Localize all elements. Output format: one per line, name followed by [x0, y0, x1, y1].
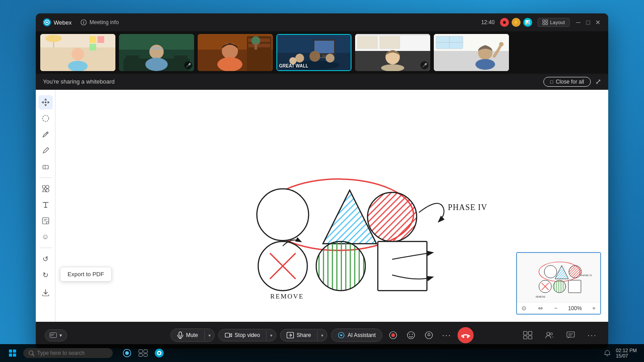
mute-label: Mute — [186, 332, 198, 338]
svg-rect-124 — [524, 332, 527, 335]
svg-point-121 — [425, 332, 432, 339]
app-window: Webex Meeting info 12:40 ⏺ ⚡ 📊 — [36, 13, 608, 349]
mute-button-group: Mute ▾ — [170, 328, 215, 342]
bottom-center-controls: Mute ▾ Stop video ▾ — [170, 327, 474, 343]
bottom-right-controls: ··· — [521, 328, 599, 342]
close-button[interactable]: ✕ — [595, 19, 601, 25]
app-title: Webex — [54, 19, 72, 26]
taskbar-search-input[interactable] — [37, 350, 104, 356]
taskbar: 02:12 PM 15/07 — [0, 344, 644, 362]
meeting-info[interactable]: Meeting info — [80, 19, 119, 25]
taskbar-app-webex[interactable] — [152, 346, 166, 360]
taskview-icon — [139, 349, 148, 357]
share-icon — [287, 332, 294, 338]
layout-button[interactable]: Layout — [538, 18, 570, 27]
participant-thumb-5[interactable]: 🎤 — [355, 34, 430, 71]
svg-point-13 — [72, 48, 84, 60]
start-button[interactable] — [5, 348, 20, 358]
whiteboard-canvas[interactable]: PHASE IV REMOVE — [55, 90, 608, 322]
left-toolbar: ☺ ↺ ↻ Export to PDF — [36, 90, 55, 322]
end-call-button[interactable] — [458, 327, 474, 343]
svg-point-41 — [295, 54, 304, 63]
tool-sticky[interactable] — [38, 214, 53, 228]
taskbar-app-cortana[interactable] — [120, 346, 134, 360]
taskbar-search[interactable] — [23, 348, 113, 358]
participant-strip: 🎤 — [36, 31, 608, 74]
ai-assistant-button[interactable]: AI Assistant — [331, 328, 382, 342]
svg-rect-139 — [139, 354, 143, 357]
stop-video-button-group: Stop video ▾ — [218, 329, 277, 341]
chat-button[interactable] — [564, 328, 578, 342]
captions-button[interactable]: ▾ — [45, 329, 67, 341]
title-bar: Webex Meeting info 12:40 ⏺ ⚡ 📊 — [36, 13, 608, 31]
svg-point-89 — [316, 241, 365, 290]
tool-text[interactable] — [38, 198, 53, 212]
zoom-minus-btn[interactable]: − — [553, 305, 559, 311]
tool-shapes[interactable] — [38, 181, 53, 196]
participant-thumb-4[interactable]: GREAT WALL — [276, 34, 352, 71]
svg-point-82 — [368, 193, 417, 242]
reactions-button[interactable] — [404, 328, 418, 342]
export-tooltip: Export to PDF — [60, 267, 112, 282]
status-dot-red: ⏺ — [500, 18, 509, 27]
close-for-all-icon: □ — [550, 79, 553, 84]
camera-icon — [225, 333, 232, 338]
tool-redo[interactable]: ↻ — [38, 268, 53, 282]
mute-dropdown[interactable]: ▾ — [204, 330, 214, 341]
svg-rect-104 — [568, 280, 581, 293]
svg-point-120 — [412, 334, 413, 335]
svg-point-42 — [309, 51, 320, 62]
title-bar-right: 12:40 ⏺ ⚡ 📊 Layout ─ □ ✕ — [481, 18, 601, 27]
svg-text:REMOVE: REMOVE — [536, 295, 546, 298]
more-options-button[interactable]: ··· — [440, 328, 454, 342]
sharing-bar: You're sharing a whiteboard □ Close for … — [36, 74, 608, 90]
participant-thumb-2[interactable]: 🎤 — [119, 34, 194, 71]
reactions-icon — [407, 331, 415, 339]
tool-move[interactable] — [38, 95, 53, 109]
tool-emoji[interactable]: ☺ — [38, 230, 53, 244]
mute-main[interactable]: Mute — [171, 329, 204, 341]
participant-4-label: GREAT WALL — [279, 63, 308, 68]
tool-export[interactable] — [38, 286, 53, 300]
participant-thumb-1[interactable] — [40, 34, 115, 71]
share-button-group: Share ▾ — [280, 329, 327, 341]
participant-thumb-3[interactable] — [198, 34, 273, 71]
svg-rect-37 — [314, 41, 334, 53]
bottom-left: ▾ — [45, 329, 67, 341]
share-dropdown[interactable]: ▾ — [317, 330, 327, 341]
more-reactions-button[interactable] — [422, 328, 436, 342]
svg-rect-3 — [84, 22, 84, 24]
people-button[interactable] — [542, 328, 556, 342]
svg-rect-17 — [89, 44, 96, 51]
maximize-button[interactable]: □ — [585, 19, 591, 25]
close-for-all-label: Close for all — [556, 79, 584, 85]
taskbar-app-taskview[interactable] — [136, 346, 150, 360]
tool-pen[interactable] — [38, 127, 53, 142]
svg-rect-66 — [42, 185, 45, 188]
participant-thumb-6[interactable] — [434, 34, 509, 71]
tool-lasso[interactable] — [38, 111, 53, 126]
zoom-plus-btn[interactable]: + — [591, 305, 597, 311]
expand-button[interactable]: ⤢ — [595, 77, 601, 86]
svg-rect-54 — [434, 51, 509, 71]
taskbar-right: 02:12 PM 15/07 — [604, 348, 637, 358]
close-for-all-button[interactable]: □ Close for all — [543, 77, 591, 87]
participants-panel-button[interactable] — [521, 328, 535, 342]
more-bottom-button[interactable]: ··· — [585, 328, 599, 342]
preview-target-btn[interactable]: ⊙ — [521, 305, 527, 311]
record-button[interactable] — [386, 328, 400, 342]
tool-eraser[interactable] — [38, 160, 53, 174]
share-main[interactable]: Share — [280, 329, 317, 341]
stop-video-main[interactable]: Stop video — [219, 329, 267, 341]
tool-highlighter[interactable] — [38, 143, 53, 158]
minimize-button[interactable]: ─ — [575, 19, 581, 25]
ai-label: AI Assistant — [347, 332, 376, 338]
stop-video-dropdown[interactable]: ▾ — [266, 330, 276, 341]
svg-line-134 — [33, 354, 34, 356]
meeting-info-label: Meeting info — [89, 19, 119, 25]
taskbar-apps — [120, 346, 166, 360]
svg-point-33 — [217, 57, 242, 71]
preview-fit-btn[interactable]: ⇔ — [537, 305, 544, 311]
taskbar-search-icon — [29, 350, 34, 356]
tool-undo[interactable]: ↺ — [38, 252, 53, 266]
